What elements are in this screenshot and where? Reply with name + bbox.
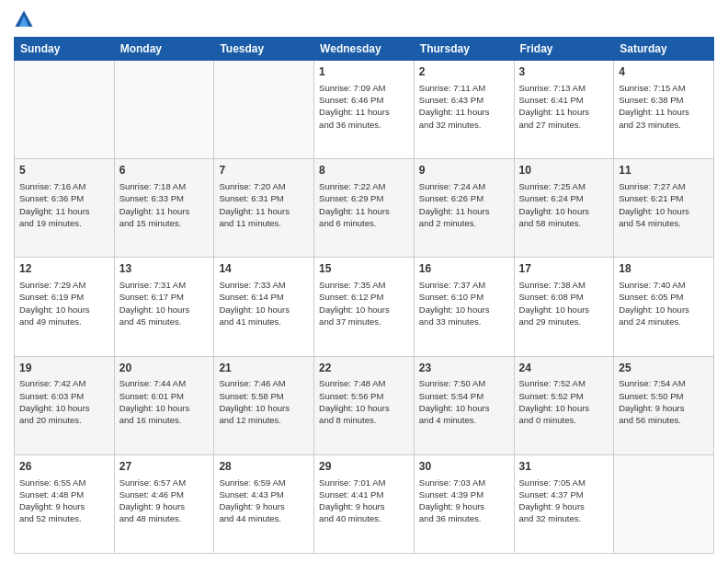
day-info-line: Sunset: 6:26 PM [419,192,509,204]
day-info-line: Sunrise: 7:35 AM [319,279,409,291]
day-info-line: Sunset: 4:39 PM [419,488,509,500]
day-info-line: Sunrise: 7:05 AM [519,477,609,488]
day-info-line: Sunset: 6:21 PM [619,192,709,204]
day-info-line: Sunrise: 7:25 AM [519,180,609,192]
day-info-line: Sunrise: 7:13 AM [519,82,609,94]
day-info-line: Daylight: 10 hours [519,304,609,316]
day-info-line: and 24 minutes. [619,316,709,327]
day-number: 7 [219,163,309,178]
day-info-line: Sunrise: 7:42 AM [19,377,109,389]
day-number: 26 [19,459,109,475]
day-info-line: Sunset: 6:17 PM [119,291,210,303]
calendar-cell: 15Sunrise: 7:35 AMSunset: 6:12 PMDayligh… [314,258,415,356]
day-info-line: and 19 minutes. [19,217,109,229]
day-number: 23 [419,361,509,376]
day-number: 24 [519,361,609,376]
calendar-cell: 1Sunrise: 7:09 AMSunset: 6:46 PMDaylight… [314,61,415,159]
day-info-line: Sunrise: 7:16 AM [19,180,109,192]
day-info-line: Daylight: 10 hours [419,304,509,316]
day-info-line: and 23 minutes. [619,119,709,131]
day-info-line: and 15 minutes. [119,217,210,229]
day-info-line: and 52 minutes. [19,512,109,524]
calendar-cell: 30Sunrise: 7:03 AMSunset: 4:39 PMDayligh… [414,454,514,553]
col-header-saturday: Saturday [614,38,714,61]
day-info-line: Sunset: 4:48 PM [19,488,109,500]
calendar-cell: 5Sunrise: 7:16 AMSunset: 6:36 PMDaylight… [15,159,115,258]
calendar-cell: 14Sunrise: 7:33 AMSunset: 6:14 PMDayligh… [214,258,314,356]
day-number: 2 [419,64,509,80]
day-info-line: and 20 minutes. [19,414,109,426]
week-row-4: 26Sunrise: 6:55 AMSunset: 4:48 PMDayligh… [15,454,714,553]
day-info-line: Sunset: 6:43 PM [419,94,509,106]
day-info-line: and 2 minutes. [419,217,509,229]
week-row-2: 12Sunrise: 7:29 AMSunset: 6:19 PMDayligh… [15,258,714,356]
calendar-cell [114,61,214,159]
day-info-line: and 40 minutes. [319,512,409,524]
week-row-1: 5Sunrise: 7:16 AMSunset: 6:36 PMDaylight… [15,159,714,258]
day-info-line: Daylight: 10 hours [119,304,210,316]
day-info-line: Sunset: 6:36 PM [19,192,109,204]
day-info-line: Sunset: 6:33 PM [119,192,210,204]
col-header-thursday: Thursday [414,38,514,61]
day-number: 1 [319,64,409,80]
day-info-line: Daylight: 10 hours [19,402,109,414]
calendar-cell: 29Sunrise: 7:01 AMSunset: 4:41 PMDayligh… [314,454,415,553]
day-info-line: Sunset: 6:31 PM [219,192,309,204]
day-info-line: and 29 minutes. [519,316,609,327]
day-info-line: Daylight: 9 hours [419,500,509,512]
day-info-line: Daylight: 10 hours [619,205,709,217]
day-info-line: Daylight: 9 hours [119,500,210,512]
day-info-line: Daylight: 11 hours [119,205,210,217]
day-number: 13 [119,261,210,277]
day-info-line: Daylight: 9 hours [19,500,109,512]
day-info-line: and 4 minutes. [419,414,509,426]
calendar-cell: 13Sunrise: 7:31 AMSunset: 6:17 PMDayligh… [114,258,214,356]
day-number: 31 [519,459,609,475]
day-info-line: and 54 minutes. [619,217,709,229]
day-info-line: and 56 minutes. [619,414,709,426]
day-info-line: Sunset: 4:43 PM [219,488,309,500]
day-info-line: Sunrise: 7:01 AM [319,477,409,488]
day-info-line: Sunrise: 7:50 AM [419,377,509,389]
calendar-cell: 2Sunrise: 7:11 AMSunset: 6:43 PMDaylight… [414,61,514,159]
day-number: 27 [119,459,210,475]
day-info-line: Sunset: 6:14 PM [219,291,309,303]
day-info-line: Sunrise: 7:18 AM [119,180,210,192]
day-info-line: and 58 minutes. [519,217,609,229]
day-info-line: Daylight: 11 hours [619,106,709,118]
day-info-line: Daylight: 11 hours [419,106,509,118]
day-info-line: Daylight: 9 hours [519,500,609,512]
day-number: 25 [619,361,709,376]
day-info-line: Daylight: 10 hours [119,402,210,414]
day-info-line: Sunset: 6:12 PM [319,291,409,303]
day-info-line: Sunrise: 7:15 AM [619,82,709,94]
day-info-line: Sunset: 6:19 PM [19,291,109,303]
day-info-line: Sunset: 5:50 PM [619,390,709,402]
day-info-line: and 44 minutes. [219,512,309,524]
day-info-line: Daylight: 10 hours [619,304,709,316]
calendar-cell: 17Sunrise: 7:38 AMSunset: 6:08 PMDayligh… [514,258,614,356]
day-info-line: and 37 minutes. [319,316,409,327]
day-info-line: Daylight: 11 hours [319,106,409,118]
day-info-line: Sunset: 5:56 PM [319,390,409,402]
calendar-table: SundayMondayTuesdayWednesdayThursdayFrid… [14,37,714,554]
day-info-line: Sunset: 4:46 PM [119,488,210,500]
day-number: 28 [219,459,309,475]
day-info-line: Sunrise: 7:40 AM [619,279,709,291]
day-number: 8 [319,163,409,178]
day-info-line: Sunset: 6:24 PM [519,192,609,204]
day-number: 5 [19,163,109,178]
calendar-header-row: SundayMondayTuesdayWednesdayThursdayFrid… [15,38,714,61]
day-info-line: Sunrise: 7:27 AM [619,180,709,192]
col-header-monday: Monday [114,38,214,61]
day-number: 9 [419,163,509,178]
day-info-line: Sunrise: 7:22 AM [319,180,409,192]
day-number: 6 [119,163,210,178]
day-number: 18 [619,261,709,277]
day-number: 17 [519,261,609,277]
day-info-line: and 12 minutes. [219,414,309,426]
day-info-line: Sunrise: 7:11 AM [419,82,509,94]
day-info-line: Sunrise: 7:48 AM [319,377,409,389]
day-info-line: Daylight: 11 hours [419,205,509,217]
calendar-cell: 19Sunrise: 7:42 AMSunset: 6:03 PMDayligh… [15,356,115,454]
